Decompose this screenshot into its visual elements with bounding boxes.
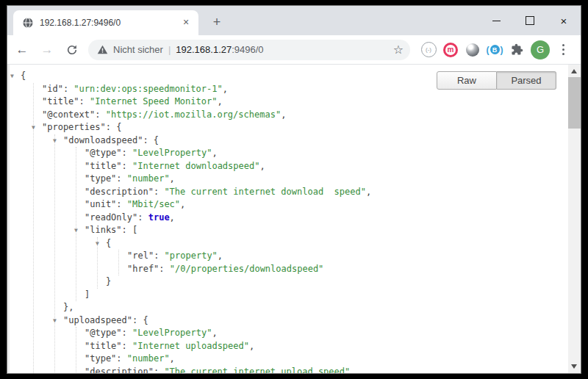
json-line: "href": "/0/properties/downloadspeed" [119,263,371,276]
puzzle-piece-icon [511,43,523,56]
reload-button[interactable] [62,40,82,60]
browser-toolbar: ← → Nicht sicher | 192.168.1.27 :9496/0 … [7,35,581,65]
profile-avatar[interactable]: G [531,40,550,59]
collapse-toggle-icon[interactable]: ▼ [96,237,103,250]
extension-sphere-button[interactable] [462,39,484,61]
json-line: ] [76,289,371,302]
back-button[interactable]: ← [12,40,32,60]
json-punctuation: , [366,187,371,197]
json-punctuation: , [217,96,222,107]
scroll-up-arrow-icon[interactable] [571,69,577,73]
parsed-button[interactable]: Parsed [497,71,556,90]
json-line: "rel": "property", [119,250,371,263]
json-key: "title" [42,96,79,107]
json-boolean-value: true [148,212,170,223]
json-block: "@type": "LevelProperty","title": "Inter… [76,327,371,373]
json-line: ▼"properties": { [34,121,371,134]
json-punctuation: { [21,71,26,81]
json-punctuation: , [249,341,254,351]
collapse-toggle-icon[interactable]: ▼ [32,121,39,134]
collapse-toggle-icon[interactable]: ▼ [53,314,60,328]
json-line: ▼{ [98,237,371,250]
url-separator: | [168,44,171,55]
collapse-toggle-icon[interactable]: ▼ [10,70,18,83]
json-string-value: "property" [165,250,218,261]
json-key: "rel" [127,250,154,261]
collapse-toggle-icon[interactable]: ▼ [74,224,82,237]
json-block: ▼{"rel": "property","href": "/0/properti… [97,237,371,289]
json-punctuation: : [122,328,132,338]
json-line: ▼"uploadspeed": { [55,314,371,328]
json-key: "description" [85,187,154,197]
forward-button[interactable]: → [37,40,57,60]
browser-menu-button[interactable] [553,40,573,60]
page-content: ▼{"id": "urn:dev:ops:speedmonitor-1","ti… [7,65,581,373]
extensions-menu-button[interactable] [506,39,528,61]
json-punctuation: : [154,367,164,374]
new-tab-button[interactable]: + [207,13,226,32]
json-punctuation: : [106,122,116,132]
json-key: "type" [85,173,116,184]
json-punctuation: : [137,212,148,223]
collapse-toggle-icon[interactable]: ▼ [53,134,60,148]
json-key: "uploadspeed" [63,315,132,325]
json-punctuation: ] [85,289,90,300]
bookmark-star-button[interactable]: ☆ [390,41,407,59]
json-key: "@context" [42,109,95,120]
json-punctuation: { [154,135,159,145]
json-punctuation: } [106,276,111,286]
json-string-value: "Internet Speed Monitor" [90,96,217,107]
not-secure-warning-icon[interactable] [97,44,108,55]
browser-tab[interactable]: 192.168.1.27:9496/0 × [13,10,198,35]
address-bar[interactable]: Nicht sicher | 192.168.1.27 :9496/0 ☆ [88,40,410,60]
json-punctuation: : [79,96,90,107]
json-block: ▼"downloadspeed": {"@type": "LevelProper… [54,134,371,374]
tab-close-icon[interactable]: × [179,16,193,29]
raw-button[interactable]: Raw [437,71,497,90]
json-key: "@type" [85,328,122,338]
close-button[interactable]: × [547,6,581,35]
json-punctuation: , [170,173,175,184]
scrollbar-thumb[interactable] [568,77,581,129]
json-punctuation: , [281,109,286,120]
json-key: "downloadspeed" [63,135,143,145]
minimize-button[interactable] [479,6,513,35]
json-block: "@type": "LevelProperty","title": "Inter… [76,147,371,301]
json-line: ▼"links": [ [76,224,371,237]
json-string-value: "Internet downloadspeed" [132,161,259,171]
kebab-dot [562,53,564,55]
pink-m-icon: m [443,43,458,57]
json-string-value: "urn:dev:ops:speedmonitor-1" [74,84,222,94]
json-line: "@type": "LevelProperty", [76,327,371,340]
json-key: "properties" [42,122,106,132]
json-key: "readOnly" [85,212,137,223]
json-line: ▼"downloadspeed": { [55,134,371,148]
url-path: :9496/0 [232,44,263,55]
vertical-scrollbar[interactable] [568,65,581,373]
security-label: Nicht sicher [113,44,163,55]
json-string-value: "Internet uploadspeed" [132,341,249,351]
maximize-button[interactable] [513,6,547,35]
scroll-down-arrow-icon[interactable] [571,364,577,369]
json-punctuation: , [212,148,217,158]
json-key: "id" [42,84,63,94]
extension-blue-button[interactable]: (B) [484,39,506,61]
json-string-value: "LevelProperty" [132,148,212,158]
extension-icons-row: (-) m (B) G [417,39,576,61]
extension-pink-m-button[interactable]: m [440,39,462,61]
json-key: "unit" [85,199,116,209]
close-icon: × [561,15,567,26]
json-punctuation: : [63,84,74,94]
json-line: "title": "Internet uploadspeed", [76,340,371,353]
sphere-icon [466,43,479,57]
json-line: "unit": "Mbit/sec", [76,198,371,212]
json-punctuation: }, [63,302,74,312]
url-host: 192.168.1.27 [176,44,232,55]
json-key: "@type" [85,148,122,158]
json-punctuation: : [159,264,169,274]
json-key: "links" [85,225,122,235]
json-string-value: "/0/properties/downloadspeed" [170,264,324,274]
json-line: "description": "The current internet dow… [76,186,371,199]
json-line: }, [55,301,371,314]
extension-circle-dash-button[interactable]: (-) [417,39,440,61]
